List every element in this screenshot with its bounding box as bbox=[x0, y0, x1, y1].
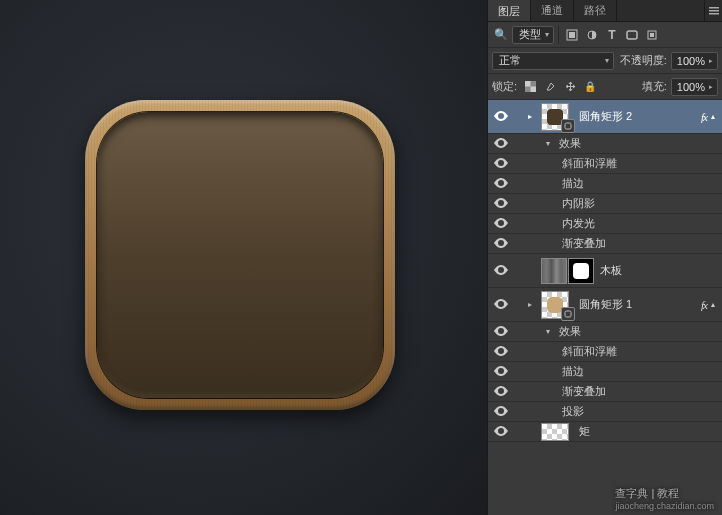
layer-thumbnail[interactable] bbox=[541, 258, 567, 284]
effect-name: 描边 bbox=[562, 176, 584, 191]
tab-channels[interactable]: 通道 bbox=[531, 0, 574, 21]
filter-search-icon: 🔍 bbox=[494, 28, 508, 41]
blend-mode-dropdown[interactable]: 正常 ▾ bbox=[492, 52, 614, 70]
layers-list: ▸ 圆角矩形 2 fx ▴ ▾ 效果 斜面和浮雕 描边 bbox=[488, 100, 722, 515]
filter-smart-button[interactable] bbox=[643, 26, 661, 44]
dropdown-arrow-icon: ▾ bbox=[605, 56, 609, 65]
layer-wood[interactable]: ▸ 木板 bbox=[488, 254, 722, 288]
layer-name[interactable]: 木板 bbox=[600, 263, 718, 278]
layer-thumbnail[interactable] bbox=[541, 103, 573, 131]
lock-toolbar: 锁定: 🔒 填充: 100% ▸ bbox=[488, 74, 722, 100]
svg-rect-12 bbox=[565, 123, 571, 129]
shape-badge-icon bbox=[561, 119, 575, 133]
opacity-label: 不透明度: bbox=[620, 53, 667, 68]
tab-layers[interactable]: 图层 bbox=[488, 0, 531, 21]
fill-label: 填充: bbox=[642, 79, 667, 94]
filter-pixel-button[interactable] bbox=[563, 26, 581, 44]
opacity-slider-toggle[interactable]: ▸ bbox=[707, 57, 715, 65]
filter-kind-dropdown[interactable]: 类型 ▾ bbox=[512, 26, 554, 44]
fill-value: 100% bbox=[677, 81, 705, 93]
filter-adjustment-button[interactable] bbox=[583, 26, 601, 44]
effects-header[interactable]: ▾ 效果 bbox=[488, 134, 722, 154]
svg-rect-10 bbox=[525, 81, 531, 87]
expand-toggle[interactable]: ▾ bbox=[546, 139, 556, 148]
visibility-toggle[interactable] bbox=[494, 326, 508, 338]
effect-stroke[interactable]: 描边 bbox=[488, 362, 722, 382]
visibility-toggle[interactable] bbox=[494, 386, 508, 398]
fx-indicator: fx bbox=[701, 111, 707, 123]
icon-inner-plate bbox=[97, 112, 383, 398]
expand-toggle[interactable]: ▾ bbox=[546, 327, 556, 336]
effect-name: 投影 bbox=[562, 404, 584, 419]
panel-menu-button[interactable] bbox=[704, 0, 722, 21]
visibility-toggle[interactable] bbox=[494, 426, 508, 438]
fx-indicator: fx bbox=[701, 299, 707, 311]
layer-shape-2[interactable]: ▸ 圆角矩形 2 fx ▴ bbox=[488, 100, 722, 134]
effect-name: 渐变叠加 bbox=[562, 384, 606, 399]
effect-drop-shadow[interactable]: 投影 bbox=[488, 402, 722, 422]
fill-slider-toggle[interactable]: ▸ bbox=[707, 83, 715, 91]
effect-gradient-overlay[interactable]: 渐变叠加 bbox=[488, 382, 722, 402]
filter-shape-button[interactable] bbox=[623, 26, 641, 44]
effect-stroke[interactable]: 描边 bbox=[488, 174, 722, 194]
svg-rect-8 bbox=[650, 33, 654, 37]
fill-input[interactable]: 100% ▸ bbox=[671, 78, 718, 96]
panels-column: 图层 通道 路径 🔍 类型 ▾ T 正常 ▾ 不透明度: 100% ▸ 锁 bbox=[487, 0, 722, 515]
visibility-toggle[interactable] bbox=[494, 366, 508, 378]
lock-transparent-button[interactable] bbox=[521, 78, 539, 96]
lock-all-button[interactable]: 🔒 bbox=[581, 78, 599, 96]
blend-toolbar: 正常 ▾ 不透明度: 100% ▸ bbox=[488, 48, 722, 74]
svg-rect-1 bbox=[709, 10, 719, 12]
effect-gradient-overlay[interactable]: 渐变叠加 bbox=[488, 234, 722, 254]
visibility-toggle[interactable] bbox=[494, 138, 508, 150]
layer-shape-1[interactable]: ▸ 圆角矩形 1 fx ▴ bbox=[488, 288, 722, 322]
effect-inner-glow[interactable]: 内发光 bbox=[488, 214, 722, 234]
effects-header[interactable]: ▾ 效果 bbox=[488, 322, 722, 342]
layer-name[interactable]: 圆角矩形 1 bbox=[579, 297, 701, 312]
layer-filter-toolbar: 🔍 类型 ▾ T bbox=[488, 22, 722, 48]
layer-name[interactable]: 圆角矩形 2 bbox=[579, 109, 701, 124]
fx-expand-toggle[interactable]: ▴ bbox=[711, 112, 715, 121]
effect-name: 描边 bbox=[562, 364, 584, 379]
visibility-toggle[interactable] bbox=[494, 158, 508, 170]
svg-rect-4 bbox=[569, 32, 575, 38]
opacity-input[interactable]: 100% ▸ bbox=[671, 52, 718, 70]
layer-name[interactable]: 矩 bbox=[579, 424, 718, 439]
filter-type-button[interactable]: T bbox=[603, 26, 621, 44]
layer-thumbnail[interactable] bbox=[541, 291, 573, 319]
separator bbox=[558, 26, 559, 44]
visibility-toggle[interactable] bbox=[494, 178, 508, 190]
lock-label: 锁定: bbox=[492, 79, 517, 94]
expand-toggle[interactable]: ▸ bbox=[528, 112, 538, 121]
visibility-toggle[interactable] bbox=[494, 198, 508, 210]
visibility-toggle[interactable] bbox=[494, 299, 508, 311]
visibility-toggle[interactable] bbox=[494, 265, 508, 277]
expand-toggle[interactable]: ▸ bbox=[528, 300, 538, 309]
effect-bevel[interactable]: 斜面和浮雕 bbox=[488, 154, 722, 174]
lock-pixels-button[interactable] bbox=[541, 78, 559, 96]
visibility-toggle[interactable] bbox=[494, 406, 508, 418]
visibility-toggle[interactable] bbox=[494, 346, 508, 358]
tab-paths[interactable]: 路径 bbox=[574, 0, 617, 21]
svg-rect-13 bbox=[565, 311, 571, 317]
layer-thumbnail-linked[interactable] bbox=[541, 258, 594, 284]
effect-name: 渐变叠加 bbox=[562, 236, 606, 251]
effect-inner-shadow[interactable]: 内阴影 bbox=[488, 194, 722, 214]
svg-rect-0 bbox=[709, 7, 719, 9]
opacity-value: 100% bbox=[677, 55, 705, 67]
svg-rect-2 bbox=[709, 13, 719, 15]
blend-mode-value: 正常 bbox=[499, 53, 521, 68]
lock-position-button[interactable] bbox=[561, 78, 579, 96]
effect-bevel[interactable]: 斜面和浮雕 bbox=[488, 342, 722, 362]
fx-expand-toggle[interactable]: ▴ bbox=[711, 300, 715, 309]
layer-partial[interactable]: ▸ 矩 bbox=[488, 422, 722, 442]
visibility-toggle[interactable] bbox=[494, 111, 508, 123]
dropdown-arrow-icon: ▾ bbox=[545, 30, 549, 39]
effect-name: 斜面和浮雕 bbox=[562, 156, 617, 171]
effect-name: 内发光 bbox=[562, 216, 595, 231]
filter-kind-label: 类型 bbox=[519, 27, 541, 42]
mask-thumbnail[interactable] bbox=[568, 258, 594, 284]
layer-thumbnail[interactable] bbox=[541, 423, 573, 441]
visibility-toggle[interactable] bbox=[494, 238, 508, 250]
visibility-toggle[interactable] bbox=[494, 218, 508, 230]
